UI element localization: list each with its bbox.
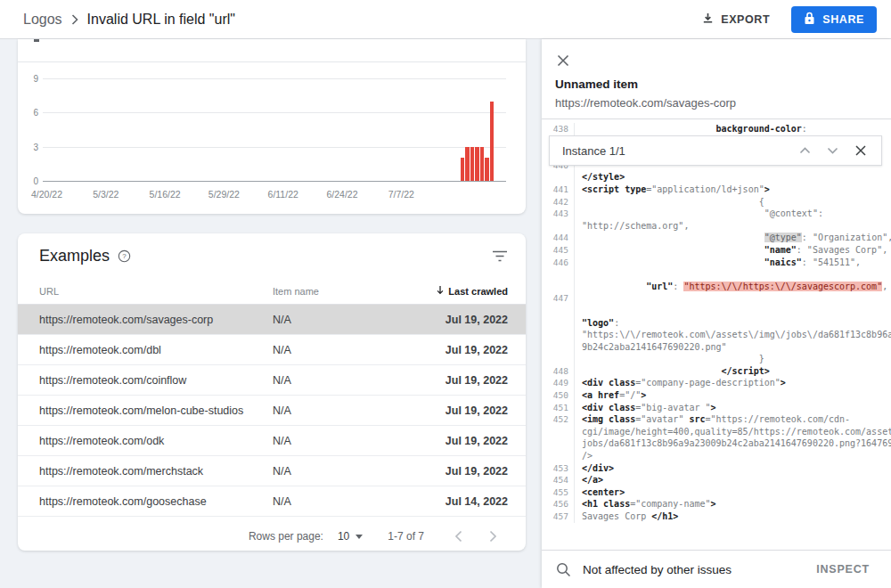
code-line: 453</div>: [542, 462, 891, 475]
line-number: [542, 341, 575, 354]
page-title: Invalid URL in field "url": [87, 12, 235, 28]
table-row[interactable]: https://remoteok.com/goosechaseN/AJul 14…: [18, 486, 526, 517]
line-content: </div>: [575, 462, 891, 475]
x-axis-tick-label: 6/24/22: [326, 189, 357, 200]
rows-per-page-label: Rows per page:: [249, 530, 323, 543]
panel-footer: Not affected by other issues INSPECT: [542, 551, 891, 588]
other-issues-status: Not affected by other issues: [583, 563, 732, 576]
line-content: {: [575, 196, 891, 208]
code-line: 455<center>: [542, 486, 891, 499]
line-content: "http://schema.org",: [575, 220, 891, 233]
item-title: Unnamed item: [555, 78, 638, 91]
code-line: 442 {: [542, 196, 891, 208]
table-row[interactable]: https://remoteok.com/merchstackN/AJul 19…: [18, 456, 526, 486]
examples-title-row: Examples ?: [18, 233, 526, 278]
line-content: <center>: [575, 486, 891, 499]
x-axis-tick-label: 5/16/22: [150, 189, 181, 200]
chart-gridline: [43, 147, 506, 148]
row-url: https://remoteok.com/coinflow: [18, 374, 273, 387]
share-button[interactable]: SHARE: [791, 6, 877, 33]
line-content: <a href="/">: [575, 389, 891, 402]
line-content: [575, 268, 891, 281]
examples-card: Examples ? URL Item name Last crawled ht…: [18, 233, 526, 551]
code-line: 457Savages Corp </h1>: [542, 510, 891, 523]
share-button-label: SHARE: [822, 13, 864, 26]
chevron-right-icon: [71, 14, 78, 25]
error-bar: [470, 147, 474, 181]
line-number: 442: [542, 196, 575, 208]
code-line: [542, 268, 891, 281]
line-content: 9b24c2aba2141647690220.png": [575, 341, 891, 354]
line-number: 454: [542, 474, 575, 486]
row-last-crawled: Jul 19, 2022: [388, 314, 526, 326]
row-url: https://remoteok.com/savages-corp: [18, 314, 273, 326]
code-line: "http://schema.org",: [542, 220, 891, 233]
line-content: <img class="avatar" src="https://remoteo…: [575, 413, 891, 426]
line-content: background-color:: [575, 123, 891, 135]
next-page-button[interactable]: [480, 530, 506, 543]
line-content: Savages Corp </h1>: [575, 510, 891, 523]
code-line: [542, 305, 891, 317]
chevron-down-icon[interactable]: [823, 143, 842, 158]
table-row[interactable]: https://remoteok.com/melon-cube-studiosN…: [18, 396, 526, 426]
line-number: [542, 426, 575, 438]
instance-label: Instance 1/1: [550, 144, 625, 158]
table-row[interactable]: https://remoteok.com/dblN/AJul 19, 2022: [18, 335, 526, 365]
line-content: <h1 class="company-name">: [575, 498, 891, 510]
table-row[interactable]: https://remoteok.com/coinflowN/AJul 19, …: [18, 365, 526, 396]
line-number: 443: [542, 208, 575, 220]
table-row[interactable]: https://remoteok.com/savages-corpN/AJul …: [18, 305, 526, 335]
column-header-item-name[interactable]: Item name: [273, 286, 388, 297]
row-last-crawled: Jul 19, 2022: [388, 435, 526, 447]
chart-gridline: [43, 112, 506, 113]
row-url: https://remoteok.com/goosechase: [18, 495, 273, 508]
code-line: 445 "name": "Savages Corp",: [542, 244, 891, 257]
inspect-button[interactable]: INSPECT: [811, 562, 875, 576]
header-actions: EXPORT SHARE: [696, 6, 891, 33]
code-line: />: [542, 450, 891, 462]
line-number: [542, 353, 575, 365]
breadcrumb-parent-link[interactable]: Logos: [23, 12, 62, 28]
export-button-label: EXPORT: [721, 13, 770, 26]
code-line: </style>: [542, 171, 891, 184]
error-bar: [485, 158, 488, 181]
filter-icon[interactable]: [492, 250, 508, 262]
table-row[interactable]: https://remoteok.com/odkN/AJul 19, 2022: [18, 426, 526, 456]
code-line: }: [542, 353, 891, 365]
line-number: [542, 437, 575, 450]
close-icon[interactable]: [554, 52, 572, 69]
line-content: <div class="company-page-description">: [575, 377, 891, 389]
code-line: "https:\/\/remoteok.com\/assets\/img\/jo…: [542, 329, 891, 341]
chevron-up-icon[interactable]: [796, 143, 814, 158]
line-number: [542, 268, 575, 281]
code-line: 446 "naics": "541511",: [542, 257, 891, 269]
row-item-name: N/A: [273, 404, 388, 417]
error-trend-chart-card: 96304/20/225/3/225/16/225/29/226/11/226/…: [18, 39, 526, 214]
source-code-viewer[interactable]: Instance 1/1 438 background-color:440</s: [542, 118, 891, 551]
row-item-name: N/A: [273, 465, 388, 478]
line-number: 441: [542, 184, 575, 196]
code-line: 450<a href="/">: [542, 389, 891, 402]
x-axis-tick-label: 5/29/22: [208, 189, 240, 200]
line-content: "naics": "541511",: [575, 257, 891, 269]
breadcrumb: Logos Invalid URL in field "url": [0, 12, 235, 28]
x-axis-tick-label: 5/3/22: [93, 189, 119, 200]
column-header-url[interactable]: URL: [18, 286, 273, 297]
line-number: 444: [542, 232, 575, 244]
line-content: cgi/image/height=400,quality=85/https://…: [575, 426, 891, 438]
examples-table-header: URL Item name Last crawled: [18, 278, 526, 305]
help-icon[interactable]: ?: [118, 249, 131, 263]
examples-title: Examples: [39, 247, 110, 265]
line-number: [542, 220, 575, 233]
close-icon[interactable]: [851, 141, 871, 160]
line-number: 451: [542, 402, 575, 414]
previous-page-button[interactable]: [446, 530, 471, 543]
search-icon: [556, 562, 571, 577]
column-header-last-crawled[interactable]: Last crawled: [388, 285, 526, 297]
line-content: />: [575, 450, 891, 462]
export-button[interactable]: EXPORT: [696, 11, 775, 29]
rows-per-page-select[interactable]: 10: [338, 530, 363, 543]
line-number: 450: [542, 389, 575, 402]
pagination-range: 1-7 of 7: [388, 530, 424, 543]
line-number: [542, 450, 575, 462]
